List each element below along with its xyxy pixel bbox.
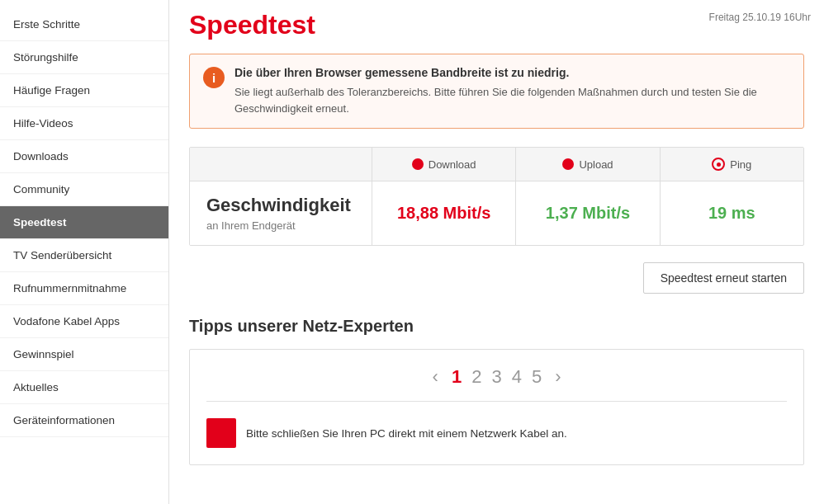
sidebar-item-tv-senderuebersicht[interactable]: TV Senderübersicht (0, 239, 168, 272)
speed-value-download: 18,88 Mbit/s (372, 181, 515, 245)
speed-table-body: Geschwindigkeit an Ihrem Endgerät 18,88 … (190, 181, 803, 245)
speed-table-header: Download Upload Ping (190, 148, 803, 181)
speed-label-title: Geschwindigkeit (206, 195, 355, 216)
sidebar-item-vodafone-kabel-apps[interactable]: Vodafone Kabel Apps (0, 305, 168, 338)
sidebar-item-speedtest[interactable]: Speedtest (0, 206, 168, 239)
pagination-page-4[interactable]: 4 (512, 366, 522, 388)
tips-title: Tipps unserer Netz-Experten (189, 317, 804, 336)
restart-section: Speedtest erneut starten (189, 262, 804, 294)
speed-table: Download Upload Ping Geschwindigkeit an … (189, 147, 804, 246)
speed-header-ping: Ping (660, 148, 803, 181)
divider (206, 401, 787, 402)
tip-text: Bitte schließen Sie Ihren PC direkt mit … (246, 427, 567, 440)
pagination-prev[interactable]: ‹ (429, 366, 442, 388)
vodafone-dot-download (412, 158, 424, 170)
sidebar-item-community[interactable]: Community (0, 173, 168, 206)
sidebar-item-rufnummernmitnahme[interactable]: Rufnummernmitnahme (0, 272, 168, 305)
sidebar-item-aktuelles[interactable]: Aktuelles (0, 371, 168, 404)
sidebar-item-geraeteinformationen[interactable]: Geräteinformationen (0, 404, 168, 437)
pagination-page-5[interactable]: 5 (532, 366, 542, 388)
vodafone-dot-upload (562, 158, 574, 170)
sidebar-item-haeufige-fragen[interactable]: Häufige Fragen (0, 74, 168, 107)
pagination-page-1[interactable]: 1 (452, 366, 462, 388)
sidebar-item-gewinnspiel[interactable]: Gewinnspiel (0, 338, 168, 371)
main-content: Freitag 25.10.19 16Uhr Speedtest i Die ü… (169, 0, 824, 504)
pagination-page-2[interactable]: 2 (471, 366, 481, 388)
tips-box: ‹ 1 2 3 4 5 › Bitte schließen Sie Ihren … (189, 349, 804, 465)
speed-value-ping: 19 ms (660, 181, 803, 245)
speed-header-empty (190, 148, 372, 181)
sidebar-item-downloads[interactable]: Downloads (0, 140, 168, 173)
sidebar-item-stoerungshilfe[interactable]: Störungshilfe (0, 41, 168, 74)
speed-header-download: Download (372, 148, 515, 181)
date-display: Freitag 25.10.19 16Uhr (709, 12, 811, 23)
alert-title: Die über Ihren Browser gemessene Bandbre… (234, 66, 790, 79)
pagination-next[interactable]: › (552, 366, 564, 388)
alert-body: Sie liegt außerhalb des Toleranzbereichs… (234, 84, 790, 116)
pagination: ‹ 1 2 3 4 5 › (206, 366, 787, 388)
info-icon: i (203, 67, 225, 88)
alert-box: i Die über Ihren Browser gemessene Bandb… (189, 54, 804, 129)
restart-button[interactable]: Speedtest erneut starten (643, 262, 804, 294)
speed-label-sub: an Ihrem Endgerät (206, 219, 355, 232)
speed-header-upload: Upload (515, 148, 659, 181)
sidebar: Erste SchritteStörungshilfeHäufige Frage… (0, 0, 169, 504)
page-title: Speedtest (189, 0, 804, 54)
alert-content: Die über Ihren Browser gemessene Bandbre… (234, 66, 790, 116)
ping-icon (712, 158, 725, 171)
speed-label-cell: Geschwindigkeit an Ihrem Endgerät (190, 181, 372, 245)
pagination-page-3[interactable]: 3 (491, 366, 501, 388)
speed-value-upload: 1,37 Mbit/s (515, 181, 659, 245)
tip-preview: Bitte schließen Sie Ihren PC direkt mit … (206, 415, 787, 448)
sidebar-item-hilfe-videos[interactable]: Hilfe-Videos (0, 107, 168, 140)
sidebar-item-erste-schritte[interactable]: Erste Schritte (0, 8, 168, 41)
tip-icon (206, 418, 236, 448)
